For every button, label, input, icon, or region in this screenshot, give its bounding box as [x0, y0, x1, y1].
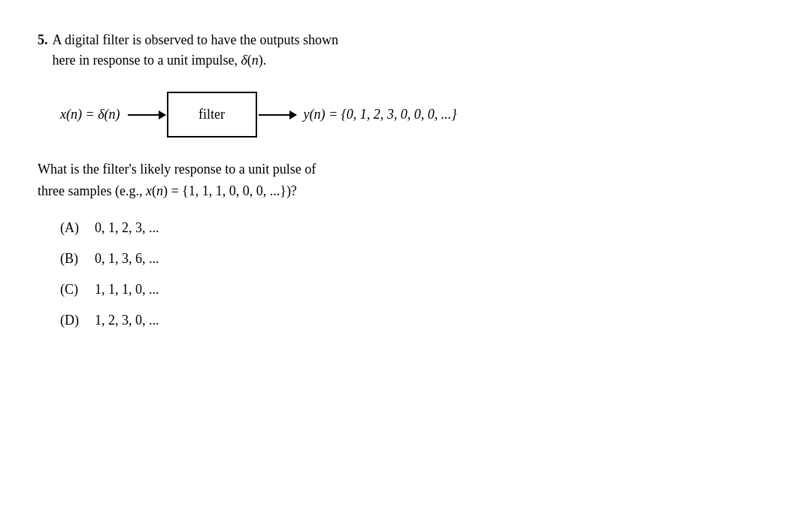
question-body-line1: What is the filter's likely response to …: [38, 159, 756, 180]
answer-b: (B) 0, 1, 3, 6, ...: [60, 251, 756, 267]
answer-a: (A) 0, 1, 2, 3, ...: [60, 220, 756, 236]
answer-c: (C) 1, 1, 1, 0, ...: [60, 282, 756, 298]
input-label: x(n) = δ(n): [60, 107, 120, 122]
answer-d: (D) 1, 2, 3, 0, ...: [60, 313, 756, 328]
answers-container: (A) 0, 1, 2, 3, ... (B) 0, 1, 3, 6, ... …: [60, 220, 756, 328]
answer-d-value: 1, 2, 3, 0, ...: [95, 313, 159, 328]
filter-diagram: x(n) = δ(n) filter y(n) = {0, 1, 2, 3, 0…: [60, 92, 756, 138]
question-intro-line2: here in response to a unit impulse, δ(n)…: [53, 50, 338, 71]
input-arrow: [128, 114, 165, 116]
answer-c-value: 1, 1, 1, 0, ...: [95, 282, 159, 298]
answer-c-label: (C): [60, 282, 83, 298]
question-body-line2: three samples (e.g., x(n) = {1, 1, 1, 0,…: [38, 180, 756, 202]
output-arrow: [259, 114, 296, 116]
output-label: y(n) = {0, 1, 2, 3, 0, 0, 0, ...}: [304, 107, 457, 122]
question-number: 5.: [38, 30, 48, 71]
filter-label: filter: [198, 107, 225, 122]
answer-b-value: 0, 1, 3, 6, ...: [95, 251, 159, 267]
answer-b-label: (B): [60, 251, 83, 267]
question-header: 5. A digital filter is observed to have …: [38, 30, 756, 71]
filter-box: filter: [167, 92, 257, 138]
answer-a-label: (A): [60, 220, 83, 236]
answer-a-value: 0, 1, 2, 3, ...: [95, 220, 159, 236]
question-body: What is the filter's likely response to …: [38, 159, 756, 202]
answer-d-label: (D): [60, 313, 83, 328]
question-intro: A digital filter is observed to have the…: [53, 30, 338, 71]
question-intro-line1: A digital filter is observed to have the…: [53, 30, 338, 50]
question-container: 5. A digital filter is observed to have …: [38, 30, 756, 328]
